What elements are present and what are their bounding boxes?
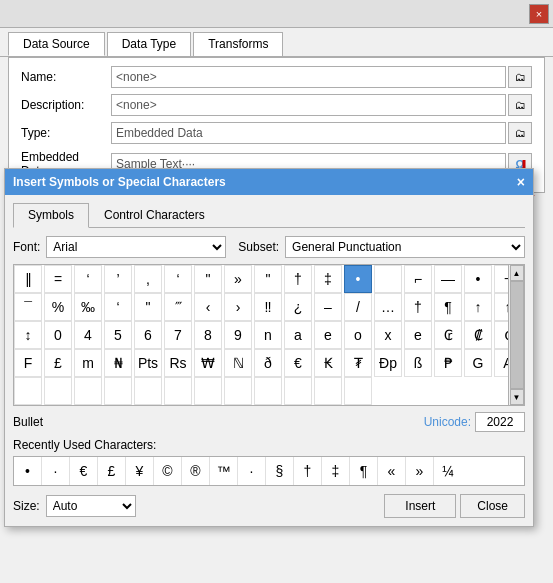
recent-char-cell[interactable]: ®: [182, 457, 210, 485]
symbol-cell[interactable]: ": [254, 265, 282, 293]
symbol-cell[interactable]: G: [464, 349, 492, 377]
symbol-cell[interactable]: ’: [104, 265, 132, 293]
symbol-cell[interactable]: [254, 377, 282, 405]
recent-char-cell[interactable]: »: [406, 457, 434, 485]
symbol-cell[interactable]: =: [44, 265, 72, 293]
symbol-cell[interactable]: ₦: [104, 349, 132, 377]
symbol-cell[interactable]: [74, 377, 102, 405]
recent-char-cell[interactable]: €: [70, 457, 98, 485]
symbol-cell[interactable]: ": [134, 293, 162, 321]
symbol-cell[interactable]: o: [344, 321, 372, 349]
recent-char-cell[interactable]: ¼: [434, 457, 462, 485]
symbol-cell[interactable]: 0: [44, 321, 72, 349]
symbol-cell[interactable]: ‘: [74, 265, 102, 293]
recent-char-cell[interactable]: ·: [238, 457, 266, 485]
recent-char-cell[interactable]: £: [98, 457, 126, 485]
symbol-cell[interactable]: ₩: [194, 349, 222, 377]
symbol-cell[interactable]: †: [284, 265, 312, 293]
recent-char-cell[interactable]: ™: [210, 457, 238, 485]
unicode-input[interactable]: [475, 412, 525, 432]
symbol-cell[interactable]: a: [284, 321, 312, 349]
recent-char-cell[interactable]: ¥: [126, 457, 154, 485]
symbol-cell[interactable]: ₡: [464, 321, 492, 349]
symbol-cell[interactable]: ‘: [104, 293, 132, 321]
symbol-cell[interactable]: Pts: [134, 349, 162, 377]
tab-symbols[interactable]: Symbols: [13, 203, 89, 228]
symbol-cell[interactable]: ‘: [164, 265, 192, 293]
symbol-cell[interactable]: ß: [404, 349, 432, 377]
symbol-cell[interactable]: ↕: [14, 321, 42, 349]
symbol-cell[interactable]: ₢: [434, 321, 462, 349]
symbol-cell[interactable]: ‴: [164, 293, 192, 321]
symbol-cell[interactable]: /: [344, 293, 372, 321]
type-browse-button[interactable]: 🗂: [508, 122, 532, 144]
symbol-cell[interactable]: –: [314, 293, 342, 321]
size-select[interactable]: Auto: [46, 495, 136, 517]
recent-char-cell[interactable]: ‡: [322, 457, 350, 485]
recent-char-cell[interactable]: ©: [154, 457, 182, 485]
symbol-cell[interactable]: [374, 265, 402, 293]
symbol-cell[interactable]: ‼: [254, 293, 282, 321]
symbol-cell[interactable]: ¯: [14, 293, 42, 321]
name-input[interactable]: [111, 66, 506, 88]
symbol-cell[interactable]: —: [434, 265, 462, 293]
scrollbar-down-button[interactable]: ▼: [510, 389, 524, 405]
symbol-cell[interactable]: [314, 377, 342, 405]
grid-scrollbar[interactable]: ▲ ▼: [508, 265, 524, 405]
symbol-cell[interactable]: e: [404, 321, 432, 349]
symbol-cell[interactable]: 8: [194, 321, 222, 349]
symbol-cell[interactable]: ⌐: [404, 265, 432, 293]
symbol-cell[interactable]: Rs: [164, 349, 192, 377]
bg-close-button[interactable]: ×: [529, 4, 549, 24]
symbol-cell[interactable]: 6: [134, 321, 162, 349]
recent-char-cell[interactable]: §: [266, 457, 294, 485]
symbol-cell[interactable]: •: [344, 265, 372, 293]
name-browse-button[interactable]: 🗂: [508, 66, 532, 88]
bg-tab-transforms[interactable]: Transforms: [193, 32, 283, 56]
symbol-cell[interactable]: [164, 377, 192, 405]
symbol-cell[interactable]: ,: [134, 265, 162, 293]
symbol-cell[interactable]: ¿: [284, 293, 312, 321]
symbol-cell[interactable]: £: [44, 349, 72, 377]
insert-button[interactable]: Insert: [384, 494, 456, 518]
symbol-cell[interactable]: 4: [74, 321, 102, 349]
symbol-cell[interactable]: ↑: [464, 293, 492, 321]
symbol-cell[interactable]: [224, 377, 252, 405]
symbol-cell[interactable]: 9: [224, 321, 252, 349]
symbol-cell[interactable]: •: [464, 265, 492, 293]
subset-select[interactable]: General Punctuation: [285, 236, 525, 258]
description-input[interactable]: [111, 94, 506, 116]
symbol-cell[interactable]: [194, 377, 222, 405]
symbol-cell[interactable]: »: [224, 265, 252, 293]
symbol-cell[interactable]: x: [374, 321, 402, 349]
recent-char-cell[interactable]: •: [14, 457, 42, 485]
type-input[interactable]: [111, 122, 506, 144]
symbol-cell[interactable]: ‖: [14, 265, 42, 293]
symbol-cell[interactable]: ₮: [344, 349, 372, 377]
symbol-cell[interactable]: €: [284, 349, 312, 377]
symbol-cell[interactable]: ‹: [194, 293, 222, 321]
symbol-cell[interactable]: ¶: [434, 293, 462, 321]
symbol-cell[interactable]: [104, 377, 132, 405]
recent-char-cell[interactable]: ¶: [350, 457, 378, 485]
symbol-cell[interactable]: [44, 377, 72, 405]
symbol-cell[interactable]: ℕ: [224, 349, 252, 377]
symbol-cell[interactable]: 5: [104, 321, 132, 349]
font-select[interactable]: Arial: [46, 236, 226, 258]
symbol-cell[interactable]: e: [314, 321, 342, 349]
symbol-cell[interactable]: ‰: [74, 293, 102, 321]
symbol-cell[interactable]: [134, 377, 162, 405]
symbol-cell[interactable]: †: [404, 293, 432, 321]
recent-char-cell[interactable]: «: [378, 457, 406, 485]
symbol-cell[interactable]: [14, 377, 42, 405]
symbol-cell[interactable]: ‡: [314, 265, 342, 293]
symbol-cell[interactable]: [344, 377, 372, 405]
scrollbar-up-button[interactable]: ▲: [510, 265, 524, 281]
symbol-cell[interactable]: [284, 377, 312, 405]
symbol-cell[interactable]: 7: [164, 321, 192, 349]
symbol-cell[interactable]: ": [194, 265, 222, 293]
main-close-button[interactable]: ×: [517, 174, 525, 190]
symbol-cell[interactable]: %: [44, 293, 72, 321]
recent-char-cell[interactable]: †: [294, 457, 322, 485]
scrollbar-thumb[interactable]: [510, 281, 524, 389]
